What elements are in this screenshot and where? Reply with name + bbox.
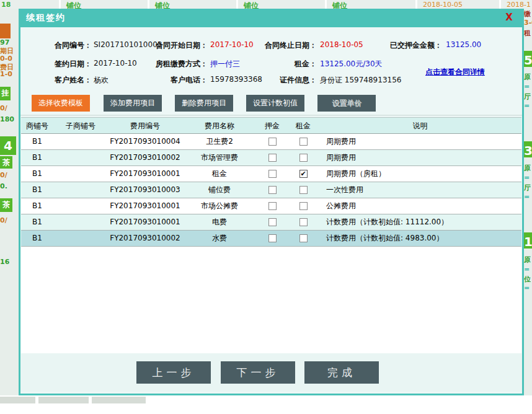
fee-table-row[interactable]: B1FY2017093010001电费计数费用（计数初始值: 11112.00） bbox=[21, 214, 521, 231]
col-fee-name: 费用名称 bbox=[182, 118, 257, 133]
id-info-label: 证件信息： bbox=[249, 75, 317, 86]
rent-checkbox-cell bbox=[288, 231, 319, 246]
rent-checkbox-cell: ✔ bbox=[288, 166, 319, 182]
deposit-checkbox[interactable] bbox=[268, 154, 277, 162]
fee-table-row[interactable]: B1FY2017093010002市场管理费周期费用 bbox=[21, 150, 521, 166]
sub-shop-cell bbox=[53, 231, 108, 246]
deposit-checkbox[interactable] bbox=[268, 202, 277, 210]
rent-checkbox-cell bbox=[288, 214, 319, 230]
background-header-strip: 18 铺位铺位铺位铺位2018-10-052018-1 bbox=[0, 0, 532, 9]
fee-name-cell: 市场管理费 bbox=[182, 150, 257, 165]
deposit-checkbox[interactable] bbox=[268, 138, 277, 146]
add-fee-item-button[interactable]: 添加费用项目 bbox=[104, 95, 162, 112]
col-desc: 说明 bbox=[319, 118, 521, 133]
desc-cell: 计数费用（计数初始值: 4983.00） bbox=[319, 231, 521, 246]
deposit-checkbox[interactable] bbox=[268, 186, 277, 194]
customer-name-value: 杨欢 bbox=[94, 75, 109, 86]
delete-fee-item-button[interactable]: 删除费用项目 bbox=[175, 95, 233, 112]
end-date-value: 2018-10-05 bbox=[320, 40, 363, 49]
col-rent: 租金 bbox=[288, 118, 319, 133]
deposit-checkbox[interactable] bbox=[268, 170, 277, 178]
fee-no-cell: FY2017093010004 bbox=[108, 134, 182, 149]
background-fragment: 3- bbox=[524, 141, 532, 157]
background-fragment: 0/ bbox=[0, 216, 7, 224]
background-fragment: 挂 bbox=[0, 87, 11, 100]
background-fragment: 180 bbox=[0, 115, 14, 123]
rent-checkbox[interactable] bbox=[299, 186, 308, 194]
col-shop-no: 商铺号 bbox=[21, 118, 53, 133]
background-fragment: 1-0 bbox=[0, 70, 12, 78]
desc-cell: 计数费用（计数初始值: 11112.00） bbox=[319, 214, 521, 230]
deposit-checkbox[interactable] bbox=[268, 234, 277, 242]
desc-cell: 一次性费用 bbox=[319, 182, 521, 198]
pay-method-label: 房租缴费方式： bbox=[140, 59, 208, 69]
deposit-checkbox-cell bbox=[257, 214, 288, 230]
background-fragment: 原 bbox=[524, 255, 531, 265]
set-counter-initial-button[interactable]: 设置计数初值 bbox=[246, 95, 304, 112]
background-fragment: = bbox=[524, 174, 530, 182]
set-unit-price-button[interactable]: 设置单价 bbox=[317, 95, 376, 112]
fee-table-row[interactable]: B1FY2017093010001市场公摊费公摊费用 bbox=[21, 198, 521, 214]
background-fragment: 5 bbox=[524, 51, 532, 67]
deposit-checkbox-cell bbox=[257, 166, 288, 182]
deposit-checkbox[interactable] bbox=[268, 218, 277, 226]
shop-cell: B1 bbox=[21, 134, 53, 149]
shop-cell: B1 bbox=[21, 198, 53, 214]
deposit-checkbox-cell bbox=[257, 231, 288, 246]
background-corner-number: 18 bbox=[1, 1, 11, 9]
previous-step-button[interactable]: 上一步 bbox=[136, 361, 211, 384]
background-fragment: 厅 bbox=[524, 183, 531, 193]
background-fragment: = bbox=[524, 265, 530, 273]
rent-checkbox[interactable] bbox=[299, 218, 308, 226]
background-fragment: 97 bbox=[0, 38, 9, 46]
fee-table: 商铺号 子商铺号 费用编号 费用名称 押金 租金 说明 B1FY20170930… bbox=[21, 117, 521, 353]
select-fee-template-button[interactable]: 选择收费模板 bbox=[32, 95, 90, 112]
rent-checkbox-cell bbox=[288, 198, 319, 214]
fee-name-cell: 卫生费2 bbox=[182, 134, 257, 149]
background-fragment: 位 bbox=[524, 275, 531, 284]
rent-checkbox[interactable] bbox=[299, 138, 308, 146]
background-fragment: 原 bbox=[524, 164, 531, 173]
background-tab-block bbox=[0, 397, 35, 403]
sub-shop-cell bbox=[53, 134, 108, 149]
view-contract-link[interactable]: 点击查看合同详情 bbox=[425, 67, 485, 77]
background-fragment: 1 bbox=[524, 232, 532, 249]
deposit-paid-label: 已交押金金额： bbox=[374, 40, 442, 51]
fee-name-cell: 铺位费 bbox=[182, 182, 257, 198]
close-icon: X bbox=[505, 12, 513, 23]
background-date-header: 2018-1 bbox=[507, 1, 531, 9]
background-booth-header: 铺位 bbox=[332, 1, 347, 9]
col-deposit: 押金 bbox=[257, 118, 288, 133]
background-fragment: = bbox=[524, 193, 530, 201]
fee-table-row[interactable]: B1FY2017093010004卫生费2周期费用 bbox=[21, 134, 521, 150]
screen: 18 铺位铺位铺位铺位2018-10-052018-1 97期日0-0费日1-0… bbox=[0, 0, 532, 414]
dialog-title: 续租签约 bbox=[26, 12, 66, 24]
next-step-button[interactable]: 下一步 bbox=[221, 361, 295, 384]
id-info-value: 身份证 159748913156 bbox=[320, 75, 401, 86]
col-fee-no: 费用编号 bbox=[108, 118, 182, 133]
deposit-checkbox-cell bbox=[257, 198, 288, 214]
sub-shop-cell bbox=[53, 198, 108, 214]
col-sub-shop-no: 子商铺号 bbox=[53, 118, 108, 133]
background-booth-header: 铺位 bbox=[66, 1, 81, 9]
rent-label: 租金： bbox=[249, 59, 317, 69]
rent-checkbox[interactable] bbox=[299, 234, 308, 242]
rent-checkbox[interactable]: ✔ bbox=[299, 170, 308, 178]
deposit-checkbox-cell bbox=[257, 150, 288, 165]
background-tab-block bbox=[38, 397, 89, 403]
background-fragment: 3-0 bbox=[524, 19, 532, 27]
fee-table-row[interactable]: B1FY2017093010002水费计数费用（计数初始值: 4983.00） bbox=[21, 231, 521, 247]
background-column-divider bbox=[59, 0, 61, 9]
rent-checkbox-cell bbox=[288, 150, 319, 165]
rent-checkbox[interactable] bbox=[299, 202, 308, 210]
fee-table-row[interactable]: B1FY2017093010001租金✔周期费用（房租） bbox=[21, 166, 521, 182]
deposit-checkbox-cell bbox=[257, 182, 288, 198]
fee-no-cell: FY2017093010002 bbox=[108, 150, 182, 165]
finish-button[interactable]: 完成 bbox=[304, 361, 379, 384]
rent-checkbox-cell bbox=[288, 182, 319, 198]
background-fragment: 0/ bbox=[0, 104, 7, 112]
close-button[interactable]: X bbox=[503, 12, 515, 24]
fee-table-row[interactable]: B1FY2017093010003铺位费一次性费用 bbox=[21, 182, 521, 198]
shop-cell: B1 bbox=[21, 150, 53, 165]
rent-checkbox[interactable] bbox=[299, 154, 308, 162]
